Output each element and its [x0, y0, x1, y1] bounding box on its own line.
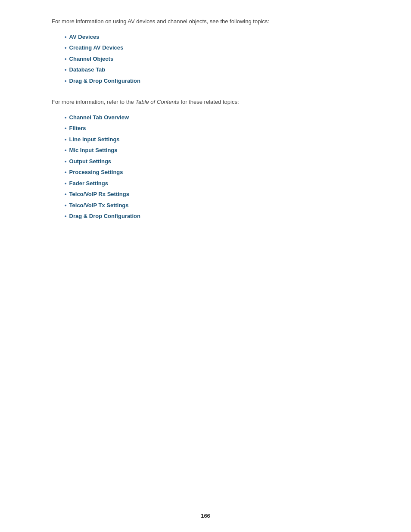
list-item: •Drag & Drop Configuration [65, 77, 377, 85]
page-number: 166 [201, 513, 210, 519]
topic-link-mic-input-settings[interactable]: Mic Input Settings [69, 146, 118, 155]
intro2-prefix: For more information, refer to the [52, 99, 135, 105]
topic-link-drag-drop-config-1[interactable]: Drag & Drop Configuration [69, 77, 140, 85]
bullet-icon: • [65, 55, 67, 63]
intro2-suffix: for these related topics: [179, 99, 239, 105]
topic-link-filters[interactable]: Filters [69, 124, 86, 133]
bullet-icon: • [65, 168, 67, 177]
topic-link-processing-settings[interactable]: Processing Settings [69, 168, 123, 177]
topic-list-1: •AV Devices•Creating AV Devices•Channel … [65, 33, 377, 85]
bullet-icon: • [65, 124, 67, 133]
bullet-icon: • [65, 201, 67, 210]
topic-link-telco-voip-rx[interactable]: Telco/VoIP Rx Settings [69, 190, 129, 199]
list-item: •Creating AV Devices [65, 44, 377, 52]
topic-link-channel-tab-overview[interactable]: Channel Tab Overview [69, 113, 129, 122]
list-item: •Channel Tab Overview [65, 113, 377, 122]
list-item: •Telco/VoIP Rx Settings [65, 190, 377, 199]
topic-link-creating-av-devices[interactable]: Creating AV Devices [69, 44, 124, 52]
bullet-icon: • [65, 33, 67, 41]
list-item: •Drag & Drop Configuration [65, 212, 377, 221]
topic-link-database-tab[interactable]: Database Tab [69, 65, 106, 74]
bullet-icon: • [65, 157, 67, 166]
bullet-icon: • [65, 179, 67, 188]
list-item: •Line Input Settings [65, 135, 377, 144]
bullet-icon: • [65, 77, 67, 85]
list-item: •Mic Input Settings [65, 146, 377, 155]
intro2-italic: Table of Contents [135, 99, 179, 105]
list-item: •Processing Settings [65, 168, 377, 177]
list-item: •Telco/VoIP Tx Settings [65, 201, 377, 210]
topic-list-2: •Channel Tab Overview•Filters•Line Input… [65, 113, 377, 221]
bullet-icon: • [65, 146, 67, 155]
topic-link-fader-settings[interactable]: Fader Settings [69, 179, 108, 188]
bullet-icon: • [65, 135, 67, 144]
topic-link-drag-drop-config-2[interactable]: Drag & Drop Configuration [69, 212, 140, 221]
list-item: •AV Devices [65, 33, 377, 41]
intro-paragraph-1: For more information on using AV devices… [52, 17, 377, 26]
list-item: •Channel Objects [65, 55, 377, 63]
topic-link-av-devices[interactable]: AV Devices [69, 33, 100, 41]
topic-link-output-settings[interactable]: Output Settings [69, 157, 112, 166]
topic-link-channel-objects[interactable]: Channel Objects [69, 55, 114, 63]
list-item: •Database Tab [65, 65, 377, 74]
list-item: •Filters [65, 124, 377, 133]
intro-paragraph-2: For more information, refer to the Table… [52, 98, 377, 106]
topic-link-line-input-settings[interactable]: Line Input Settings [69, 135, 120, 144]
bullet-icon: • [65, 44, 67, 52]
bullet-icon: • [65, 65, 67, 74]
list-item: •Output Settings [65, 157, 377, 166]
bullet-icon: • [65, 190, 67, 199]
topic-link-telco-voip-tx[interactable]: Telco/VoIP Tx Settings [69, 201, 129, 210]
bullet-icon: • [65, 212, 67, 221]
list-item: •Fader Settings [65, 179, 377, 188]
page-content: For more information on using AV devices… [0, 0, 411, 259]
bullet-icon: • [65, 113, 67, 122]
